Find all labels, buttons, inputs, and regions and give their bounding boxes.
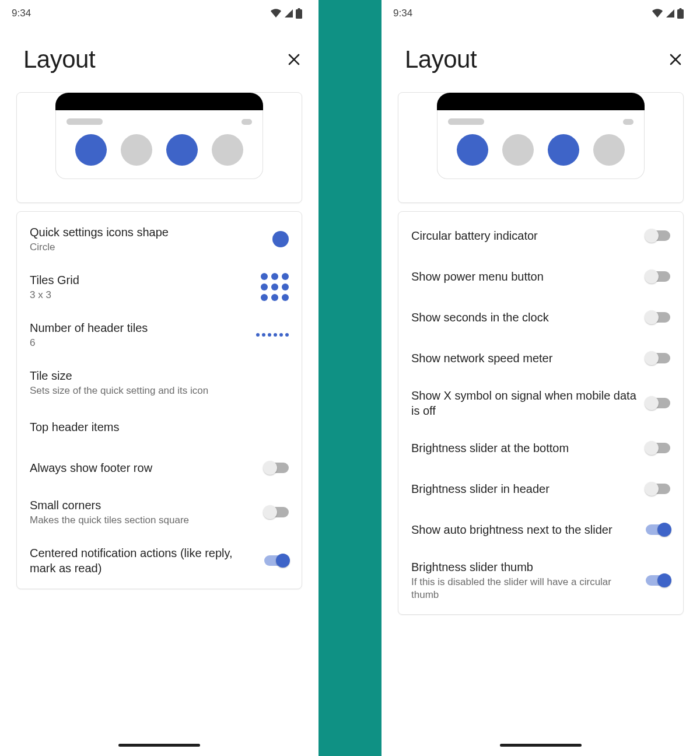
nav-handle[interactable] xyxy=(118,744,200,747)
toggle-switch[interactable] xyxy=(646,484,670,494)
preview-pill-left xyxy=(448,118,484,125)
setting-row[interactable]: Show network speed meter xyxy=(398,338,683,379)
header: Layout xyxy=(0,27,318,85)
settings-list: Quick settings icons shapeCircleTiles Gr… xyxy=(16,211,302,589)
close-icon xyxy=(668,52,682,66)
svg-rect-0 xyxy=(296,9,302,19)
preview-pill-right xyxy=(623,119,634,125)
setting-row[interactable]: Small cornersMakes the quick tiles secti… xyxy=(17,488,302,536)
setting-row[interactable]: Show auto brightness next to the slider xyxy=(398,509,683,550)
setting-row[interactable]: Number of header tiles6 xyxy=(17,311,302,359)
close-button[interactable] xyxy=(667,51,684,68)
setting-title: Small corners xyxy=(30,498,257,513)
toggle-switch[interactable] xyxy=(646,353,670,363)
preview-panel xyxy=(55,110,263,179)
qs-preview xyxy=(437,93,645,179)
grid-indicator-icon xyxy=(261,273,289,301)
setting-row[interactable]: Tile sizeSets size of the quick setting … xyxy=(17,359,302,407)
toggle-switch[interactable] xyxy=(646,575,670,586)
header: Layout xyxy=(382,27,700,85)
setting-row[interactable]: Quick settings icons shapeCircle xyxy=(17,215,302,263)
setting-title: Always show footer row xyxy=(30,460,257,475)
phone-left: 9:34 Layout xyxy=(0,0,318,756)
wifi-icon xyxy=(652,9,663,18)
svg-rect-3 xyxy=(680,8,682,10)
setting-row[interactable]: Centered notification actions (like repl… xyxy=(17,536,302,585)
toggle-switch[interactable] xyxy=(264,463,289,473)
setting-title: Tile size xyxy=(30,368,282,383)
setting-title: Brightness slider at the bottom xyxy=(411,440,639,456)
setting-row[interactable]: Circular battery indicator xyxy=(398,215,683,256)
setting-title: Show auto brightness next to the slider xyxy=(411,522,639,537)
preview-dots xyxy=(448,134,634,166)
setting-title: Quick settings icons shape xyxy=(30,225,265,240)
setting-row[interactable]: Brightness slider thumbIf this is disabl… xyxy=(398,550,683,611)
battery-icon xyxy=(296,8,302,19)
toggle-switch[interactable] xyxy=(646,312,670,323)
battery-icon xyxy=(677,8,684,19)
setting-subtitle: Circle xyxy=(30,241,265,254)
content: Circular battery indicatorShow power men… xyxy=(382,85,700,740)
nav-bar xyxy=(0,740,318,756)
setting-row[interactable]: Tiles Grid3 x 3 xyxy=(17,263,302,311)
nav-handle[interactable] xyxy=(500,744,582,747)
nav-bar xyxy=(382,740,700,756)
preview-card xyxy=(16,92,302,203)
setting-row[interactable]: Top header items xyxy=(17,407,302,447)
preview-dot xyxy=(457,134,488,166)
status-time: 9:34 xyxy=(393,8,412,19)
setting-subtitle: 3 x 3 xyxy=(30,289,254,302)
setting-row[interactable]: Brightness slider at the bottom xyxy=(398,428,683,468)
status-icons xyxy=(652,8,684,19)
toggle-switch[interactable] xyxy=(264,507,289,517)
preview-dot xyxy=(593,134,625,166)
setting-row[interactable]: Show power menu button xyxy=(398,256,683,297)
content: Quick settings icons shapeCircleTiles Gr… xyxy=(0,85,318,740)
setting-title: Circular battery indicator xyxy=(411,228,639,243)
close-button[interactable] xyxy=(286,51,302,68)
status-time: 9:34 xyxy=(12,8,31,19)
settings-list: Circular battery indicatorShow power men… xyxy=(398,211,684,615)
setting-row[interactable]: Always show footer row xyxy=(17,447,302,488)
setting-title: Show power menu button xyxy=(411,269,639,284)
setting-title: Brightness slider in header xyxy=(411,481,639,496)
toggle-switch[interactable] xyxy=(646,443,670,453)
setting-row[interactable]: Show seconds in the clock xyxy=(398,297,683,338)
preview-pill-right xyxy=(242,119,252,125)
preview-notch xyxy=(55,93,263,110)
preview-dot xyxy=(166,134,198,166)
page-title: Layout xyxy=(405,46,477,74)
setting-row[interactable]: Show X symbol on signal when mobile data… xyxy=(398,379,683,428)
toggle-switch[interactable] xyxy=(646,524,670,535)
qs-preview xyxy=(55,93,263,179)
close-icon xyxy=(287,52,301,66)
preview-dot xyxy=(502,134,534,166)
setting-subtitle: 6 xyxy=(30,337,249,349)
preview-dot xyxy=(212,134,243,166)
preview-notch xyxy=(437,93,645,110)
toggle-switch[interactable] xyxy=(646,230,670,241)
setting-title: Show network speed meter xyxy=(411,351,639,366)
toggle-switch[interactable] xyxy=(646,271,670,282)
svg-rect-1 xyxy=(298,8,300,10)
signal-icon xyxy=(284,9,293,18)
signal-icon xyxy=(666,9,675,18)
setting-subtitle: Sets size of the quick setting and its i… xyxy=(30,384,282,397)
phone-right: 9:34 Layout xyxy=(382,0,700,756)
setting-title: Number of header tiles xyxy=(30,320,249,335)
setting-row[interactable]: Brightness slider in header xyxy=(398,468,683,509)
status-bar: 9:34 xyxy=(0,0,318,27)
setting-subtitle: Makes the quick tiles section square xyxy=(30,514,257,527)
setting-title: Centered notification actions (like repl… xyxy=(30,545,257,576)
preview-pill-left xyxy=(66,118,103,125)
header-tiles-indicator-icon xyxy=(256,333,289,337)
status-icons xyxy=(270,8,302,19)
toggle-switch[interactable] xyxy=(264,555,289,566)
setting-title: Top header items xyxy=(30,419,282,435)
setting-title: Brightness slider thumb xyxy=(411,559,639,575)
svg-rect-2 xyxy=(677,9,684,19)
setting-title: Tiles Grid xyxy=(30,272,254,288)
setting-title: Show seconds in the clock xyxy=(411,310,639,325)
setting-subtitle: If this is disabled the slider will have… xyxy=(411,576,639,601)
toggle-switch[interactable] xyxy=(646,398,670,408)
